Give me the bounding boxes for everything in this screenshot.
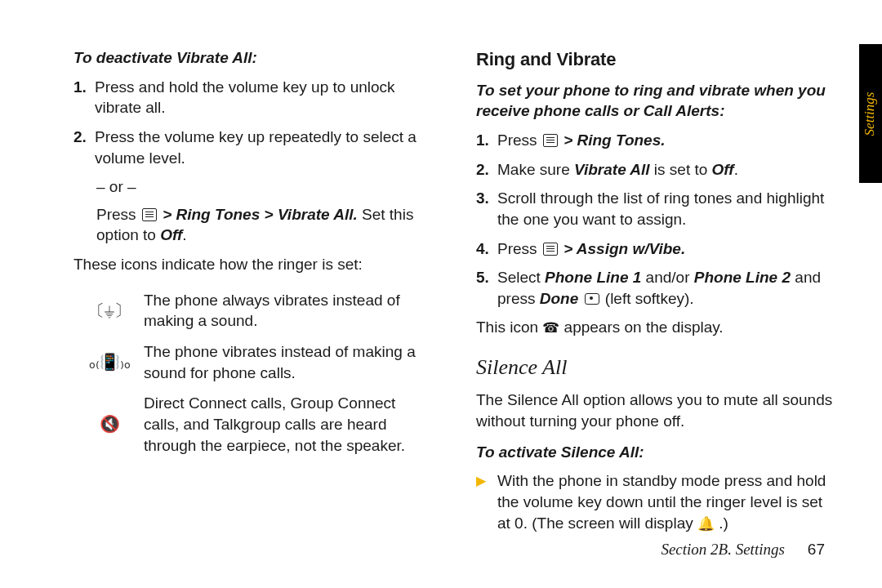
ring-vibrate-display-icon: ☎ xyxy=(542,320,559,336)
step-text: Make sure Vibrate All is set to Off. xyxy=(497,159,833,180)
vibrate-calls-icon: ₒ₍📳₎ₒ xyxy=(82,336,137,388)
result-note: This icon ☎ appears on the display. xyxy=(476,317,833,338)
bullet-text: With the phone in standby mode press and… xyxy=(497,470,833,533)
text: This icon xyxy=(476,318,542,336)
value-off: Off xyxy=(160,226,182,243)
step-number: 2. xyxy=(476,159,497,180)
subheading-activate-silence: To activate Silence All: xyxy=(476,442,833,463)
list-item: 2. Make sure Vibrate All is set to Off. xyxy=(476,159,833,180)
table-row: ₒ₍📳₎ₒ The phone vibrates instead of maki… xyxy=(82,336,430,388)
icon-description: The phone vibrates instead of making a s… xyxy=(137,336,430,388)
side-tab: Settings xyxy=(859,44,882,183)
page-footer: Section 2B. Settings67 xyxy=(661,539,825,560)
list-item: 3. Scroll through the list of ring tones… xyxy=(476,188,833,229)
table-row: 🔇 Direct Connect calls, Group Connect ca… xyxy=(82,388,430,461)
speaker-off-icon: 🔇 xyxy=(82,388,137,461)
softkey-name: Done xyxy=(540,290,579,307)
text: .) xyxy=(715,514,728,532)
icons-intro: These icons indicate how the ringer is s… xyxy=(74,254,430,275)
step-text: Press and hold the volume key up to unlo… xyxy=(95,77,430,118)
ring-vibrate-steps: 1. Press > Ring Tones. 2. Make sure Vibr… xyxy=(476,130,833,309)
menu-key-icon xyxy=(142,208,157,221)
period: . xyxy=(182,226,186,243)
list-item: 2. Press the volume key up repeatedly to… xyxy=(74,127,430,168)
step-text: Scroll through the list of ring tones an… xyxy=(497,188,833,229)
silence-bullet: ▶ With the phone in standby mode press a… xyxy=(476,470,833,533)
text: and/or xyxy=(641,269,693,286)
option-value: Off xyxy=(712,161,734,178)
list-item: 5. Select Phone Line 1 and/or Phone Line… xyxy=(476,267,833,309)
step-number: 5. xyxy=(476,267,497,309)
table-row: 〔⏚〕 The phone always vibrates instead of… xyxy=(82,285,430,336)
ringer-icons-table: 〔⏚〕 The phone always vibrates instead of… xyxy=(82,285,430,461)
page-body: To deactivate Vibrate All: 1. Press and … xyxy=(0,0,882,588)
list-item: 1. Press > Ring Tones. xyxy=(476,130,833,151)
text: (left softkey). xyxy=(601,290,694,307)
text: Make sure xyxy=(497,161,574,178)
softkey-icon xyxy=(585,293,599,305)
step-number: 3. xyxy=(476,188,497,229)
icon-description: Direct Connect calls, Group Connect call… xyxy=(137,388,430,461)
alternate-instruction: Press > Ring Tones > Vibrate All. Set th… xyxy=(96,204,430,246)
text: appears on the display. xyxy=(559,318,723,336)
text: Select xyxy=(497,269,545,286)
text: is set to xyxy=(650,161,712,178)
step-text: Select Phone Line 1 and/or Phone Line 2 … xyxy=(497,267,833,309)
text: . xyxy=(734,161,738,178)
right-column: Ring and Vibrate To set your phone to ri… xyxy=(453,44,833,555)
menu-path: > Ring Tones. xyxy=(564,131,665,149)
heading-silence-all: Silence All xyxy=(476,353,833,381)
silence-description: The Silence All option allows you to mut… xyxy=(476,390,833,431)
text: Press xyxy=(96,206,140,223)
menu-path: > Ring Tones > Vibrate All. xyxy=(163,206,358,223)
menu-path: > Assign w/Vibe. xyxy=(559,240,685,257)
option-name: Phone Line 2 xyxy=(694,269,791,286)
left-column: To deactivate Vibrate All: 1. Press and … xyxy=(74,44,453,555)
option-name: Vibrate All xyxy=(574,161,650,178)
option-name: Phone Line 1 xyxy=(545,269,641,286)
text: With the phone in standby mode press and… xyxy=(497,472,826,531)
heading-ring-vibrate: Ring and Vibrate xyxy=(476,47,833,72)
subheading-ring-vibrate: To set your phone to ring and vibrate wh… xyxy=(476,80,833,122)
step-text: Press > Assign w/Vibe. xyxy=(497,238,833,260)
vibrate-always-icon: 〔⏚〕 xyxy=(82,285,137,336)
icon-description: The phone always vibrates instead of mak… xyxy=(137,285,430,336)
text: Press xyxy=(497,240,541,257)
bullet-arrow-icon: ▶ xyxy=(476,470,497,533)
step-number: 1. xyxy=(476,130,497,151)
or-divider: – or – xyxy=(96,176,430,198)
side-tab-label: Settings xyxy=(862,91,880,136)
text: Press xyxy=(497,131,541,149)
subheading-deactivate: To deactivate Vibrate All: xyxy=(74,47,430,69)
list-item: 1. Press and hold the volume key up to u… xyxy=(74,77,430,118)
step-number: 2. xyxy=(74,127,95,168)
step-text: Press the volume key up repeatedly to se… xyxy=(95,127,430,168)
silence-display-icon: 🔔 xyxy=(697,516,715,532)
step-number: 4. xyxy=(476,238,497,260)
menu-key-icon xyxy=(543,243,558,256)
section-label: Section 2B. Settings xyxy=(661,541,784,558)
menu-key-icon xyxy=(543,134,558,147)
step-text: Press > Ring Tones. xyxy=(497,130,833,151)
list-item: 4. Press > Assign w/Vibe. xyxy=(476,238,833,260)
step-number: 1. xyxy=(74,77,95,118)
deactivate-steps: 1. Press and hold the volume key up to u… xyxy=(74,77,430,169)
page-number: 67 xyxy=(808,541,825,558)
